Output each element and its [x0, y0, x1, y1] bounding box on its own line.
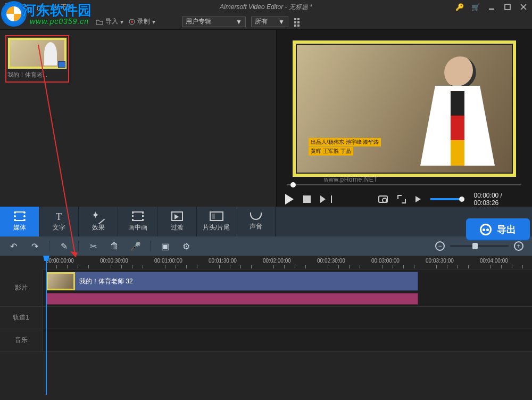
- download-label: 下载: [61, 3, 73, 12]
- volume-slider[interactable]: [430, 198, 464, 200]
- seek-bar[interactable]: [287, 183, 521, 186]
- svg-point-4: [131, 21, 133, 23]
- record-button[interactable]: 录制 ▾: [129, 17, 155, 26]
- seek-thumb[interactable]: [290, 182, 296, 187]
- volume-icon[interactable]: [415, 196, 421, 202]
- redo-icon[interactable]: ↷: [30, 241, 39, 251]
- svg-rect-2: [505, 4, 510, 10]
- download-button[interactable]: 下载: [52, 3, 73, 12]
- audio-clip[interactable]: [46, 293, 418, 305]
- timeline-ruler[interactable]: 00:00:00:0000:00:30:0000:01:00:0000:01:3…: [43, 256, 532, 270]
- media-thumbnail: [7, 37, 67, 69]
- step-forward-button[interactable]: [320, 195, 326, 203]
- edit-icon[interactable]: ✎: [59, 241, 69, 251]
- chevron-down-icon: ▼: [236, 18, 242, 26]
- track-music: 音乐: [0, 329, 532, 352]
- view-grid-icon[interactable]: [294, 18, 302, 26]
- media-item[interactable]: 我的！体育老...: [5, 35, 69, 83]
- clip-thumbnail: [46, 272, 75, 290]
- ruler-tick: 00:02:30:00: [317, 258, 345, 264]
- ruler-tick: 00:04:00:00: [480, 258, 508, 264]
- video-clip[interactable]: 我的！体育老师 32: [46, 272, 418, 291]
- ruler-tick: 00:03:30:00: [426, 258, 454, 264]
- save-icon[interactable]: [4, 3, 13, 11]
- track-extra-1: 轨道1: [0, 307, 532, 329]
- zoom-in-button[interactable]: +: [514, 241, 523, 251]
- ruler-tick: 00:00:30:00: [100, 258, 128, 264]
- timeline: 00:00:00:0000:00:30:0000:01:00:0000:01:3…: [0, 256, 532, 400]
- zoom-out-button[interactable]: −: [435, 241, 445, 251]
- play-button[interactable]: [285, 194, 294, 205]
- tab-headtail[interactable]: 片头/片尾: [197, 207, 236, 236]
- voiceover-icon[interactable]: 🎤: [131, 241, 140, 251]
- delete-icon[interactable]: 🗑: [110, 241, 119, 251]
- preview-video[interactable]: 出品人/杨伟东 池宇峰 漆华涛 黄晖 王军胜 丁晶: [293, 40, 516, 177]
- snapshot-button[interactable]: [378, 195, 388, 203]
- preview-panel: 出品人/杨伟东 池宇峰 漆华涛 黄晖 王军胜 丁晶 00:00:00 / 00:…: [277, 30, 532, 207]
- media-library-panel: 我的！体育老...: [0, 30, 277, 207]
- undo-icon[interactable]: [20, 3, 29, 11]
- maximize-button[interactable]: [503, 3, 512, 11]
- fullscreen-button[interactable]: [397, 195, 406, 203]
- stop-button[interactable]: [303, 195, 311, 203]
- preview-caption-1: 出品人/杨伟东 池宇峰 漆华涛: [309, 138, 381, 146]
- player-controls: 00:00:00 / 00:03:26: [282, 192, 527, 207]
- import-button[interactable]: 导入 ▾: [96, 17, 123, 26]
- chevron-down-icon: ▼: [278, 18, 285, 26]
- zoom-control: − +: [435, 241, 523, 251]
- ruler-tick: 00:01:30:00: [209, 258, 237, 264]
- filter-dropdown[interactable]: 所有▼: [251, 17, 288, 27]
- playhead[interactable]: [46, 256, 47, 395]
- album-dropdown[interactable]: 用户专辑▼: [182, 17, 246, 27]
- svg-rect-1: [489, 9, 494, 10]
- media-toolbar: 导入 ▾ 录制 ▾ 用户专辑▼ 所有▼: [0, 14, 532, 30]
- cart-icon[interactable]: 🛒: [471, 3, 480, 11]
- settings-icon[interactable]: ⚙: [181, 241, 191, 251]
- ruler-tick: 00:01:00:00: [154, 258, 182, 264]
- titlebar: 下载 Aimersoft Video Editor - 无标题 * 🔑 🛒: [0, 0, 532, 14]
- editor-tabs: 媒体 文字 效果 画中画 过渡 片头/片尾 声音: [0, 207, 532, 236]
- cut-icon[interactable]: ✂: [88, 241, 98, 251]
- preview-caption-2: 黄晖 王军胜 丁晶: [309, 147, 353, 156]
- undo-icon[interactable]: ↶: [9, 241, 18, 251]
- export-button[interactable]: 导出: [466, 218, 530, 241]
- media-item-label: 我的！体育老...: [7, 69, 67, 80]
- zoom-slider[interactable]: [450, 245, 509, 247]
- tab-pip[interactable]: 画中画: [118, 207, 157, 236]
- redo-icon[interactable]: [36, 3, 45, 11]
- time-display: 00:00:00 / 00:03:26: [474, 192, 523, 207]
- tab-transition[interactable]: 过渡: [157, 207, 197, 236]
- clip-label: 我的！体育老师 32: [75, 277, 133, 286]
- minimize-button[interactable]: [487, 3, 496, 11]
- ruler-tick: 00:02:00:00: [263, 258, 291, 264]
- close-button[interactable]: [519, 3, 528, 11]
- tab-media[interactable]: 媒体: [0, 207, 39, 236]
- track-video: 影片 我的！体育老师 32: [0, 270, 532, 307]
- key-icon[interactable]: 🔑: [455, 3, 464, 11]
- window-title: Aimersoft Video Editor - 无标题 *: [220, 3, 312, 12]
- tab-effect[interactable]: 效果: [79, 207, 118, 236]
- crop-icon[interactable]: ▣: [160, 241, 170, 251]
- timeline-toolbar: ↶ ↷ ✎ ✂ 🗑 🎤 ▣ ⚙ − +: [0, 236, 532, 256]
- tab-text[interactable]: 文字: [39, 207, 79, 236]
- ruler-tick: 00:00:00:00: [46, 258, 74, 264]
- ruler-tick: 00:03:00:00: [371, 258, 400, 264]
- reel-icon: [480, 224, 492, 235]
- tab-audio[interactable]: 声音: [236, 207, 276, 236]
